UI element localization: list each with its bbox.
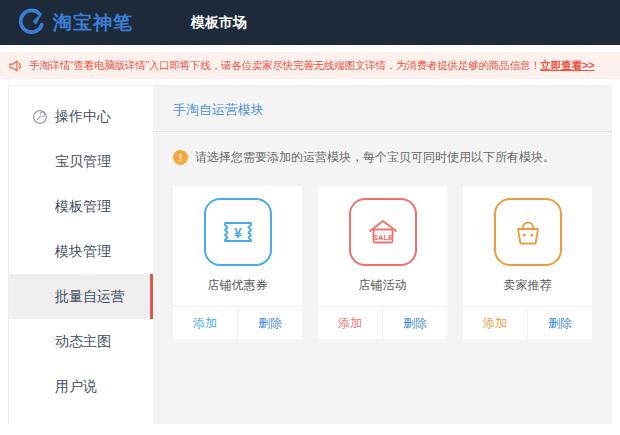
sidebar-item-label: 宝贝管理 [55,153,111,169]
card-footer: 添加 删除 [463,306,592,339]
announcement-view-now-link[interactable]: 立即查看>> [540,59,594,73]
content-area: 操作中心 宝贝管理 模板管理 模块管理 批量自运营 动态主图 用户说 手淘自运 [8,85,612,424]
pen-logo-icon [16,8,46,38]
add-button[interactable]: 添加 [318,307,382,339]
coupon-icon: ¥ [204,198,272,266]
card-footer: 添加 删除 [318,306,447,339]
module-card-recommend: 卖家推荐 添加 删除 [463,186,592,339]
sidebar-item-label: 模板管理 [55,198,111,214]
page-title: 手淘自运营模块 [153,86,612,132]
announcement-bar: 手淘详情“查看电脑版详情”入口即将下线，请各位卖家尽快完善无线端图文详情，为消费… [0,52,620,79]
nav-template-market[interactable]: 模板市场 [191,14,247,32]
main-panel: 手淘自运营模块 ! 请选择您需要添加的运营模块，每个宝贝可同时使用以下所有模块。… [153,86,612,424]
delete-button[interactable]: 删除 [527,307,592,339]
app-header: 淘宝神笔 模板市场 [0,0,620,45]
module-card-activity: SALE 店铺活动 添加 删除 [318,186,447,339]
announcement-text: 手淘详情“查看电脑版详情”入口即将下线，请各位卖家尽快完善无线端图文详情，为消费… [29,59,540,73]
shopping-bag-icon [494,198,562,266]
sidebar-item-label: 动态主图 [55,333,111,349]
app-window: 淘宝神笔 模板市场 手淘详情“查看电脑版详情”入口即将下线，请各位卖家尽快完善无… [0,0,620,435]
operation-center-icon [32,109,48,125]
speaker-icon [8,58,24,74]
sidebar-item-item-management[interactable]: 宝贝管理 [9,139,153,184]
module-cards: ¥ 店铺优惠券 添加 删除 SALE [173,186,592,339]
sidebar-item-label: 模块管理 [55,243,111,259]
sidebar-item-user-says[interactable]: 用户说 [9,364,153,409]
sidebar-item-module-management[interactable]: 模块管理 [9,229,153,274]
add-button[interactable]: 添加 [173,307,237,339]
module-card-label: 店铺优惠券 [173,277,302,294]
add-button[interactable]: 添加 [463,307,527,339]
exclamation-icon: ! [173,150,188,165]
brand-name: 淘宝神笔 [53,10,133,36]
tip-text: 请选择您需要添加的运营模块，每个宝贝可同时使用以下所有模块。 [195,149,555,166]
tip-row: ! 请选择您需要添加的运营模块，每个宝贝可同时使用以下所有模块。 [173,149,592,166]
delete-button[interactable]: 删除 [382,307,447,339]
sidebar-item-label: 用户说 [55,378,97,394]
card-footer: 添加 删除 [173,306,302,339]
sidebar-item-operation-center[interactable]: 操作中心 [9,94,153,139]
delete-button[interactable]: 删除 [237,307,302,339]
svg-text:SALE: SALE [372,233,392,242]
module-card-label: 店铺活动 [318,277,447,294]
svg-text:¥: ¥ [234,225,242,241]
sidebar-item-batch-self-operation[interactable]: 批量自运营 [9,274,153,319]
sidebar-item-dynamic-main-image[interactable]: 动态主图 [9,319,153,364]
module-card-label: 卖家推荐 [463,277,592,294]
sidebar: 操作中心 宝贝管理 模板管理 模块管理 批量自运营 动态主图 用户说 [9,86,153,424]
sidebar-item-label: 批量自运营 [55,288,125,304]
module-card-coupon: ¥ 店铺优惠券 添加 删除 [173,186,302,339]
brand-logo[interactable]: 淘宝神笔 [16,8,133,38]
sidebar-item-label: 操作中心 [55,108,111,124]
sale-sign-icon: SALE [349,198,417,266]
sidebar-item-template-management[interactable]: 模板管理 [9,184,153,229]
